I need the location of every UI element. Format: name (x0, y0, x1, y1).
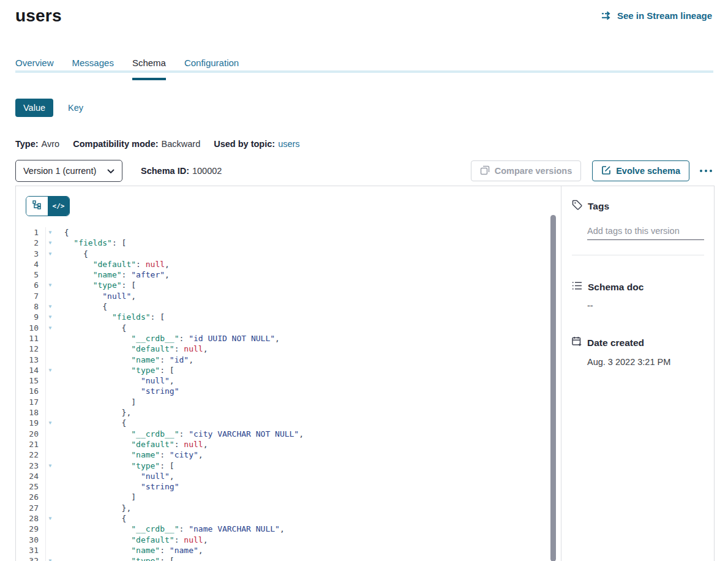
code-view-button[interactable]: </> (48, 197, 69, 216)
code-text: { (54, 227, 69, 238)
view-toggle: </> (26, 196, 70, 216)
fold-arrow-icon[interactable]: ▼ (46, 323, 54, 333)
code-line: 2▼ "fields": [ (16, 238, 561, 248)
code-text: "null", (54, 375, 174, 386)
fold-arrow-icon[interactable]: ▼ (46, 461, 54, 471)
line-number: 7 (16, 291, 46, 301)
code-text: ] (54, 397, 136, 407)
fold-spacer (46, 503, 54, 513)
fold-arrow-icon[interactable]: ▼ (46, 227, 54, 238)
code-text: "default": null, (54, 439, 208, 450)
tags-input[interactable] (587, 225, 704, 240)
code-text: "type": [ (54, 280, 136, 290)
code-line: 20 "__crdb__": "city VARCHAR NOT NULL", (16, 429, 561, 439)
compatibility-field: Compatibility mode:Backward (73, 139, 200, 149)
code-text: "null", (54, 471, 174, 481)
line-number: 23 (16, 461, 46, 471)
line-number: 20 (16, 429, 46, 439)
code-text: "name": "id", (54, 355, 193, 365)
schema-code-editor[interactable]: 1▼ {2▼ "fields": [3▼ {4 "default": null,… (16, 227, 561, 561)
evolve-schema-button[interactable]: Evolve schema (592, 160, 689, 181)
fold-spacer (46, 291, 54, 301)
code-line: 22 "name": "city", (16, 450, 561, 460)
code-line: 18 }, (16, 407, 561, 418)
code-text: "__crdb__": "city VARCHAR NOT NULL", (54, 429, 304, 439)
schema-id-value: 100002 (192, 166, 222, 176)
code-line: 16 "string" (16, 386, 561, 396)
code-line: 4 "default": null, (16, 259, 561, 269)
schema-doc-section: Schema doc -- (572, 281, 704, 311)
tab-overview[interactable]: Overview (15, 58, 54, 78)
line-number: 16 (16, 386, 46, 396)
line-number: 25 (16, 481, 46, 492)
code-text: "__crdb__": "id UUID NOT NULL", (54, 333, 280, 344)
fold-arrow-icon[interactable]: ▼ (46, 365, 54, 375)
tree-view-icon (32, 200, 42, 212)
tree-view-button[interactable] (26, 197, 48, 216)
schema-doc-header: Schema doc (572, 281, 704, 293)
tab-schema[interactable]: Schema (132, 58, 166, 78)
value-key-toggle: Value Key (0, 99, 728, 117)
value-tab-button[interactable]: Value (15, 99, 53, 117)
code-lines: 1▼ {2▼ "fields": [3▼ {4 "default": null,… (16, 227, 561, 561)
fold-spacer (46, 333, 54, 344)
fold-arrow-icon[interactable]: ▼ (46, 555, 54, 561)
code-text: }, (54, 407, 131, 418)
page-title: users (15, 6, 62, 26)
code-text: "fields": [ (54, 238, 126, 248)
used-by-topic-link[interactable]: users (278, 139, 299, 149)
code-text: "string" (54, 386, 179, 396)
fold-spacer (46, 407, 54, 418)
fold-spacer (46, 545, 54, 555)
code-line: 5 "name": "after", (16, 269, 561, 280)
code-line: 11 "__crdb__": "id UUID NOT NULL", (16, 333, 561, 344)
list-icon (572, 281, 582, 293)
line-number: 24 (16, 471, 46, 481)
line-number: 32 (16, 555, 46, 561)
line-number: 22 (16, 450, 46, 460)
tab-configuration[interactable]: Configuration (184, 58, 239, 78)
key-tab-button[interactable]: Key (68, 103, 83, 113)
stream-lineage-link[interactable]: See in Stream lineage (601, 10, 712, 21)
line-number: 31 (16, 545, 46, 555)
schema-controls-row: Version 1 (current) Schema ID:100002 Com… (0, 160, 728, 182)
fold-spacer (46, 386, 54, 396)
editor-scrollbar-thumb[interactable] (550, 215, 556, 561)
schema-page: users See in Stream lineage Overview Mes… (0, 0, 728, 561)
fold-arrow-icon[interactable]: ▼ (46, 312, 54, 322)
tab-messages[interactable]: Messages (72, 58, 114, 78)
code-line: 7 "null", (16, 291, 561, 301)
fold-arrow-icon[interactable]: ▼ (46, 513, 54, 524)
code-text: "type": [ (54, 461, 174, 471)
sidebar-divider (572, 255, 704, 255)
line-number: 14 (16, 365, 46, 375)
code-line: 1▼ { (16, 227, 561, 238)
code-text: "name": "name", (54, 545, 203, 555)
compatibility-value: Backward (162, 139, 201, 149)
compare-versions-button[interactable]: Compare versions (471, 160, 582, 181)
line-number: 15 (16, 375, 46, 386)
line-number: 27 (16, 503, 46, 513)
compare-icon (480, 165, 490, 177)
code-text: "string" (54, 481, 179, 492)
more-options-button[interactable] (699, 166, 713, 176)
compare-versions-label: Compare versions (495, 166, 572, 176)
fold-arrow-icon[interactable]: ▼ (46, 301, 54, 312)
edit-icon (601, 165, 611, 177)
version-select[interactable]: Version 1 (current) (15, 160, 122, 182)
code-text: ] (54, 492, 136, 502)
fold-spacer (46, 269, 54, 280)
fold-arrow-icon[interactable]: ▼ (46, 238, 54, 248)
code-line: 32▼ "type": [ (16, 555, 561, 561)
schema-id-field: Schema ID:100002 (141, 166, 222, 176)
code-line: 21 "default": null, (16, 439, 561, 450)
code-text: { (54, 323, 126, 333)
used-by-topic-label: Used by topic: (214, 139, 275, 149)
fold-arrow-icon[interactable]: ▼ (46, 418, 54, 428)
line-number: 13 (16, 355, 46, 365)
code-text: "name": "after", (54, 269, 170, 280)
date-created-value: Aug. 3 2022 3:21 PM (572, 357, 704, 367)
fold-spacer (46, 429, 54, 439)
fold-arrow-icon[interactable]: ▼ (46, 280, 54, 290)
fold-arrow-icon[interactable]: ▼ (46, 249, 54, 259)
